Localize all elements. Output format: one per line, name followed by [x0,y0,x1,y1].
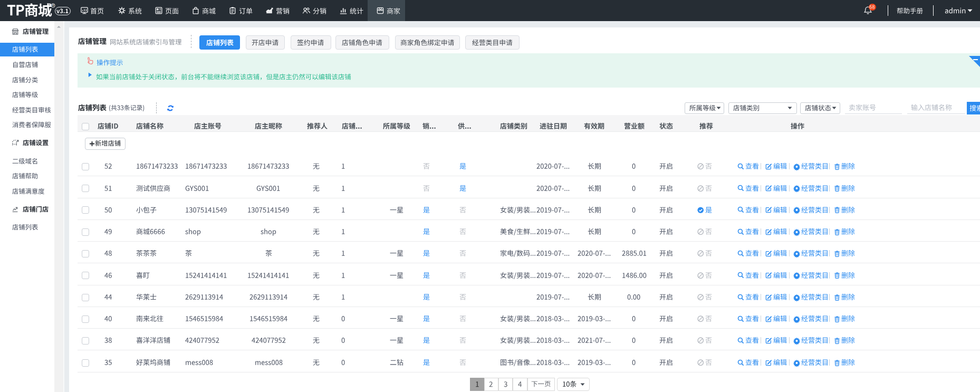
svg-text:R: R [52,4,54,7]
